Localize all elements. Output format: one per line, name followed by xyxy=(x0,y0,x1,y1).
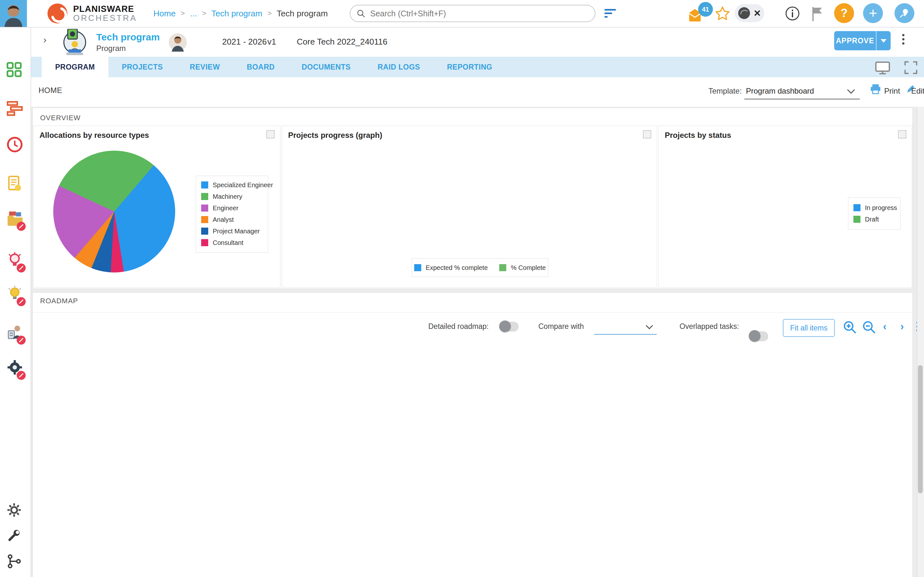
breadcrumb-separator: > xyxy=(181,9,185,18)
legend-label: Project Manager xyxy=(213,227,260,235)
widget-export-icon[interactable] xyxy=(266,130,275,139)
search-input[interactable] xyxy=(370,9,580,19)
collapse-chevron-icon[interactable]: › xyxy=(43,34,47,45)
progress-widget-title: Projects progress (graph) xyxy=(288,131,382,140)
pin-icon[interactable] xyxy=(895,3,914,23)
legend-swatch xyxy=(201,239,208,246)
breadcrumb-ellipsis[interactable]: ... xyxy=(190,9,197,19)
planisware-logo-text: PLANISWARE ORCHESTRA xyxy=(73,5,137,23)
top-bar: PLANISWARE ORCHESTRA Home > ... > Tech p… xyxy=(0,0,924,27)
status-widget-title: Projects by status xyxy=(665,131,731,140)
left-sidebar xyxy=(0,27,31,577)
print-button[interactable]: Print xyxy=(884,87,900,95)
avatar-photo xyxy=(0,0,27,27)
approve-split-button: APPROVE xyxy=(834,31,891,50)
breadcrumb-home[interactable]: Home xyxy=(153,9,176,19)
breadcrumb-separator: > xyxy=(268,9,272,18)
apps-grid-icon[interactable] xyxy=(6,61,24,79)
legend-swatch xyxy=(853,216,861,223)
filter-icon[interactable] xyxy=(604,9,616,19)
notification-badge: 41 xyxy=(698,2,713,17)
legend-swatch xyxy=(414,264,421,271)
present-screen-icon[interactable] xyxy=(875,61,890,76)
help-icon[interactable]: ? xyxy=(834,3,854,23)
print-icon[interactable] xyxy=(870,84,881,95)
tab-board[interactable]: BOARD xyxy=(233,57,288,77)
time-tracking-icon[interactable] xyxy=(6,136,24,154)
tab-raid-logs[interactable]: RAID LOGS xyxy=(364,57,433,77)
program-version: v1 xyxy=(258,37,285,47)
legend-item[interactable]: % Complete xyxy=(499,262,546,274)
breadcrumb-current: Tech program xyxy=(277,9,328,19)
legend-swatch xyxy=(201,227,208,235)
settings-gear-icon[interactable] xyxy=(6,502,24,520)
tab-review[interactable]: REVIEW xyxy=(176,57,234,77)
gantt-module-icon[interactable] xyxy=(6,100,24,118)
legend-swatch xyxy=(201,205,208,211)
program-title: Tech program xyxy=(96,32,160,43)
tab-reporting[interactable]: REPORTING xyxy=(433,57,506,77)
header-menu-kebab-icon[interactable] xyxy=(902,32,905,47)
breadcrumb-tech-program[interactable]: Tech program xyxy=(212,9,262,19)
tab-projects[interactable]: PROJECTS xyxy=(108,57,176,77)
widget-export-icon[interactable] xyxy=(643,130,651,139)
close-icon[interactable]: ✕ xyxy=(754,8,761,19)
forms-module-icon[interactable] xyxy=(6,175,24,193)
edit-badge-icon xyxy=(17,222,26,231)
program-thumbnail[interactable] xyxy=(60,29,87,56)
flag-icon[interactable] xyxy=(811,6,824,23)
legend-item[interactable]: Engineer xyxy=(201,202,268,214)
chevron-down-icon xyxy=(881,39,887,43)
template-select-value[interactable]: Program dashboard xyxy=(746,87,814,95)
edit-badge-icon xyxy=(17,335,26,345)
tab-documents[interactable]: DOCUMENTS xyxy=(288,57,364,77)
search-icon xyxy=(357,9,365,18)
legend-item[interactable]: Analyst xyxy=(201,214,268,226)
legend-item[interactable]: Project Manager xyxy=(201,226,268,237)
scrollbar-track[interactable] xyxy=(917,107,924,577)
owner-avatar[interactable] xyxy=(168,33,187,53)
favorites-star-icon[interactable] xyxy=(715,6,730,23)
scrollbar-thumb[interactable] xyxy=(918,365,923,493)
template-label: Template: xyxy=(708,87,742,95)
breadcrumb-separator: > xyxy=(202,9,206,18)
program-subtitle: Program xyxy=(96,44,160,53)
breadcrumb: Home > ... > Tech program > Tech program xyxy=(153,0,328,27)
legend-item[interactable]: Consultant xyxy=(201,237,268,248)
user-avatar[interactable] xyxy=(0,0,27,27)
legend-item[interactable]: Expected % complete xyxy=(414,262,488,274)
program-code: Core Tech 2022_240116 xyxy=(297,37,387,47)
fullscreen-icon[interactable] xyxy=(904,61,918,76)
overview-section-title: OVERVIEW xyxy=(40,114,81,122)
search-box[interactable] xyxy=(350,5,596,22)
edit-badge-icon xyxy=(17,297,26,306)
edit-badge-icon xyxy=(17,263,26,272)
legend-label: Analyst xyxy=(213,216,234,223)
logo-line1: PLANISWARE xyxy=(73,5,137,13)
legend-item[interactable]: Machinery xyxy=(201,191,268,202)
edit-button[interactable]: Edit xyxy=(911,87,924,95)
legend-swatch xyxy=(201,216,208,223)
widget-export-icon[interactable] xyxy=(898,130,906,139)
program-header: › Tech program Program 2021 - 2026 v1 Co… xyxy=(31,27,924,57)
session-pill[interactable]: ✕ xyxy=(735,4,764,22)
legend-item[interactable]: Draft xyxy=(853,213,900,225)
status-legend: In progressDraft xyxy=(848,197,901,229)
tab-program[interactable]: PROGRAM xyxy=(42,57,108,77)
workflow-branch-icon[interactable] xyxy=(6,553,24,571)
legend-item[interactable]: In progress xyxy=(853,202,900,213)
info-icon[interactable] xyxy=(785,6,800,23)
module-tabs: PROGRAM PROJECTS REVIEW BOARD DOCUMENTS … xyxy=(31,57,924,77)
allocations-legend: Specialized EngineerMachineryEngineerAna… xyxy=(196,176,268,253)
add-icon[interactable]: + xyxy=(863,3,883,23)
page-title: HOME xyxy=(39,86,62,95)
approve-dropdown-arrow[interactable] xyxy=(876,31,891,50)
pie-chart[interactable] xyxy=(53,151,175,272)
legend-label: Expected % complete xyxy=(426,264,488,271)
planisware-logo-icon[interactable] xyxy=(47,3,67,23)
tools-wrench-icon[interactable] xyxy=(6,528,24,546)
approve-button[interactable]: APPROVE xyxy=(834,31,876,50)
legend-item[interactable]: Specialized Engineer xyxy=(201,179,268,191)
roadmap-gantt xyxy=(32,292,912,577)
legend-label: Consultant xyxy=(213,239,244,247)
